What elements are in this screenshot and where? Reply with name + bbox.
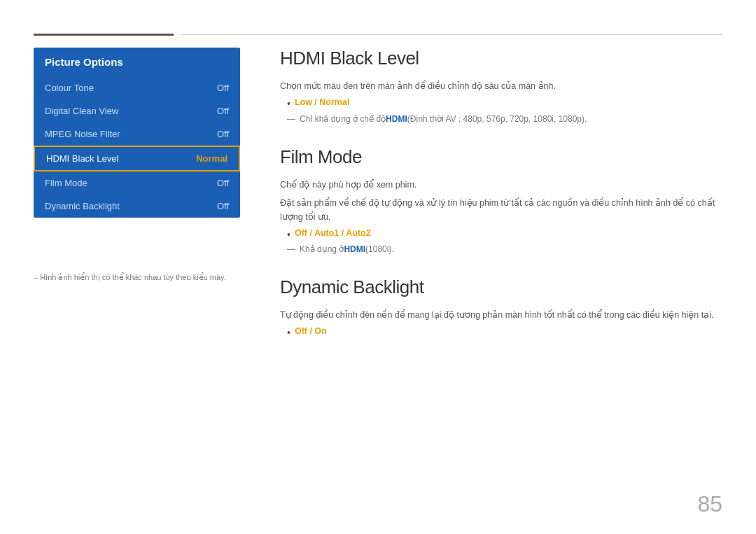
sidebar-menu-item-colour-tone[interactable]: Colour ToneOff xyxy=(34,76,240,99)
bullet-dot: • xyxy=(287,326,290,340)
menu-item-value: Off xyxy=(217,83,229,93)
section-hdmi-black-level: HDMI Black LevelChọn mức màu đen trên mà… xyxy=(280,48,722,124)
sidebar-title: Picture Options xyxy=(34,48,240,76)
note-dash: — xyxy=(287,244,295,254)
sidebar-menu-item-dynamic-backlight[interactable]: Dynamic BacklightOff xyxy=(34,195,240,218)
sidebar-menu-item-digital-clean-view[interactable]: Digital Clean ViewOff xyxy=(34,99,240,122)
note-line: —Khả dụng ở HDMI (1080i). xyxy=(287,244,722,254)
note-dash: — xyxy=(287,114,295,124)
top-line-dark xyxy=(34,34,174,36)
bullet-highlight: Off / On xyxy=(295,326,327,336)
section-dynamic-backlight: Dynamic BacklightTự động điều chỉnh đèn … xyxy=(280,276,722,340)
sidebar-menu-item-hdmi-black-level[interactable]: HDMI Black LevelNormal xyxy=(34,146,240,171)
section-paragraph: Chọn mức màu đen trên màn ảnh để điều ch… xyxy=(280,79,722,93)
note-line: —Chỉ khả dụng ở chế độ HDMI (Định thời A… xyxy=(287,114,722,124)
menu-item-label: Film Mode xyxy=(45,178,88,188)
section-paragraph: Đặt sản phẩm về chế độ tự động và xử lý … xyxy=(280,196,722,224)
bullet-highlight: Off / Auto1 / Auto2 xyxy=(295,228,371,238)
bullet-item: •Off / Auto1 / Auto2 xyxy=(287,228,722,242)
bullet-dot: • xyxy=(287,97,290,111)
section-title-film-mode: Film Mode xyxy=(280,146,722,168)
sections-container: HDMI Black LevelChọn mức màu đen trên mà… xyxy=(280,48,722,340)
section-title-dynamic-backlight: Dynamic Backlight xyxy=(280,276,722,298)
note-highlight: HDMI xyxy=(386,114,407,124)
menu-item-value: Off xyxy=(217,106,229,116)
menu-item-label: Dynamic Backlight xyxy=(45,201,120,211)
menu-items-container: Colour ToneOffDigital Clean ViewOffMPEG … xyxy=(34,76,240,218)
top-line-light xyxy=(181,34,722,35)
bullet-dot: • xyxy=(287,228,290,242)
sidebar-menu-item-film-mode[interactable]: Film ModeOff xyxy=(34,171,240,195)
sidebar-menu-item-mpeg-noise-filter[interactable]: MPEG Noise FilterOff xyxy=(34,122,240,146)
menu-item-label: Colour Tone xyxy=(45,83,94,93)
section-paragraph: Chế độ này phù hợp để xem phim. xyxy=(280,178,722,192)
menu-item-value: Off xyxy=(217,178,229,188)
section-title-hdmi-black-level: HDMI Black Level xyxy=(280,48,722,69)
menu-item-value: Off xyxy=(217,201,229,211)
bullet-item: •Low / Normal xyxy=(287,97,722,111)
section-paragraph: Tự động điều chỉnh đèn nền để mang lại đ… xyxy=(280,308,722,322)
note-highlight: HDMI xyxy=(344,244,365,254)
page-number: 85 xyxy=(697,491,722,517)
menu-item-label: MPEG Noise Filter xyxy=(45,129,120,139)
sidebar-note: – Hình ảnh hiển thị có thể khác nhau tùy… xyxy=(34,273,226,282)
picture-options-sidebar: Picture Options Colour ToneOffDigital Cl… xyxy=(34,48,240,218)
bullet-highlight: Low / Normal xyxy=(295,97,349,107)
menu-item-label: HDMI Black Level xyxy=(46,153,118,164)
top-decorative-lines xyxy=(0,34,756,35)
section-film-mode: Film ModeChế độ này phù hợp để xem phim.… xyxy=(280,146,722,255)
main-content: HDMI Black LevelChọn mức màu đen trên mà… xyxy=(280,48,722,363)
bullet-item: •Off / On xyxy=(287,326,722,340)
menu-item-value: Normal xyxy=(196,153,227,164)
menu-item-value: Off xyxy=(217,129,229,139)
menu-item-label: Digital Clean View xyxy=(45,106,118,116)
